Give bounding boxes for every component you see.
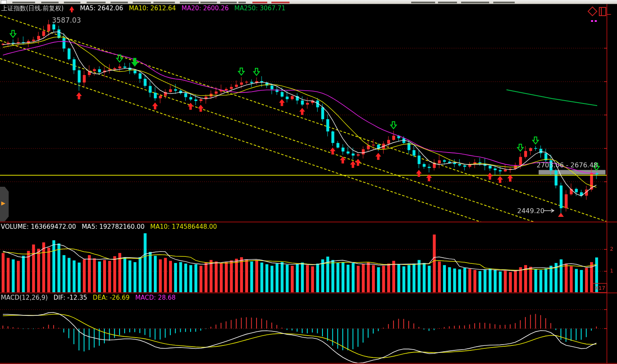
- main-chart-header: 上证指数(日线.前复权) MA5: 2642.06 MA10: 2612.64 …: [1, 5, 289, 12]
- menu-item-stub[interactable]: [133, 2, 151, 3]
- volume-ma5-label: MA5: 192782160.00: [82, 223, 144, 230]
- menu-item-stub[interactable]: [411, 2, 435, 3]
- menu-item-stub[interactable]: [64, 2, 80, 3]
- low-price-label: 2449.20: [517, 207, 544, 215]
- dea-label: DEA: -26.69: [93, 294, 130, 301]
- menu-item-stub[interactable]: [153, 2, 175, 3]
- up-arrow-icon: [69, 6, 74, 10]
- volume-ma10-label: MA10: 174586448.00: [150, 223, 217, 230]
- price-volume-macd-canvas[interactable]: [0, 0, 617, 364]
- volume-scale-label: X17: [595, 285, 605, 291]
- menu-item-stub[interactable]: [200, 2, 217, 3]
- dif-label: DIF: -12.35: [54, 294, 87, 301]
- ma250-label: MA250: 3067.71: [234, 5, 285, 12]
- volume-axis-tick-upper: 2: [610, 246, 613, 252]
- macd-header: MACD(12,26,9) DIF: -12.35 DEA: -26.69 MA…: [1, 294, 179, 301]
- menu-item-stub[interactable]: [87, 2, 106, 3]
- volume-axis-tick-lower: 1: [610, 268, 613, 274]
- menu-item-stub[interactable]: [111, 2, 128, 3]
- menu-item-stub[interactable]: [438, 2, 457, 3]
- menu-item-stub-highlight[interactable]: [271, 2, 290, 3]
- expand-arrow-icon: ▶: [1, 200, 5, 206]
- symbol-title: 上证指数(日线.前复权): [1, 5, 64, 12]
- macd-name-label: MACD(12,26,9): [1, 294, 48, 301]
- ma5-label: MA5: 2642.06: [80, 5, 123, 12]
- menu-item-stub[interactable]: [180, 2, 199, 3]
- macd-value-label: MACD: 28.68: [135, 294, 176, 301]
- left-panel-toggle-handle[interactable]: ▶: [0, 187, 9, 221]
- stock-app-window: 上证指数(日线.前复权) MA5: 2642.06 MA10: 2612.64 …: [0, 0, 617, 364]
- peak-price-label: 3587.03: [52, 16, 81, 24]
- menu-item-stub[interactable]: [493, 2, 515, 3]
- menu-item-stub-highlight[interactable]: [252, 2, 267, 3]
- magenta-dots-marker: [591, 16, 598, 23]
- volume-header: VOLUME: 163669472.00 MA5: 192782160.00 M…: [1, 223, 221, 230]
- menu-item-stub[interactable]: [12, 2, 35, 3]
- menu-item-stub[interactable]: [238, 2, 246, 3]
- range-box-label: 2703.06 - 2676.48: [537, 161, 598, 169]
- ma20-label: MA20: 2600.26: [181, 5, 228, 12]
- menu-item-stub[interactable]: [461, 2, 489, 3]
- menu-item-stub[interactable]: [220, 2, 237, 3]
- volume-value-label: VOLUME: 163669472.00: [1, 223, 76, 230]
- split-window-icon[interactable]: [599, 7, 606, 16]
- ma10-label: MA10: 2612.64: [129, 5, 176, 12]
- menu-bar[interactable]: [0, 0, 617, 4]
- window-system-icon[interactable]: [1, 0, 7, 4]
- menu-item-stub[interactable]: [41, 2, 59, 3]
